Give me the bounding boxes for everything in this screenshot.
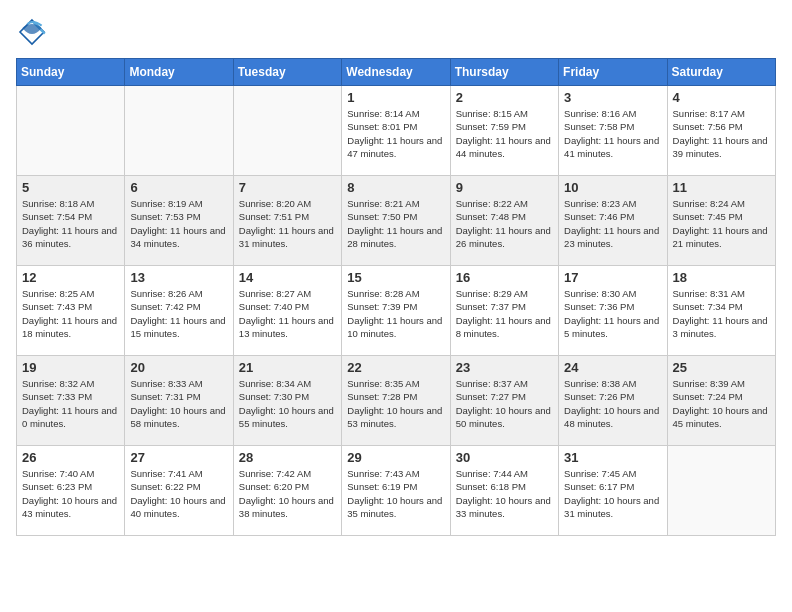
calendar-table: SundayMondayTuesdayWednesdayThursdayFrid… bbox=[16, 58, 776, 536]
calendar-week-5: 26Sunrise: 7:40 AM Sunset: 6:23 PM Dayli… bbox=[17, 446, 776, 536]
calendar-cell: 14Sunrise: 8:27 AM Sunset: 7:40 PM Dayli… bbox=[233, 266, 341, 356]
day-number: 21 bbox=[239, 360, 336, 375]
page-header bbox=[16, 16, 776, 48]
calendar-cell bbox=[125, 86, 233, 176]
calendar-cell: 22Sunrise: 8:35 AM Sunset: 7:28 PM Dayli… bbox=[342, 356, 450, 446]
day-info: Sunrise: 8:16 AM Sunset: 7:58 PM Dayligh… bbox=[564, 107, 661, 160]
day-number: 6 bbox=[130, 180, 227, 195]
calendar-cell: 20Sunrise: 8:33 AM Sunset: 7:31 PM Dayli… bbox=[125, 356, 233, 446]
calendar-cell: 12Sunrise: 8:25 AM Sunset: 7:43 PM Dayli… bbox=[17, 266, 125, 356]
calendar-cell bbox=[667, 446, 775, 536]
day-info: Sunrise: 8:24 AM Sunset: 7:45 PM Dayligh… bbox=[673, 197, 770, 250]
day-number: 15 bbox=[347, 270, 444, 285]
day-info: Sunrise: 8:32 AM Sunset: 7:33 PM Dayligh… bbox=[22, 377, 119, 430]
day-info: Sunrise: 8:20 AM Sunset: 7:51 PM Dayligh… bbox=[239, 197, 336, 250]
calendar-cell: 24Sunrise: 8:38 AM Sunset: 7:26 PM Dayli… bbox=[559, 356, 667, 446]
calendar-week-3: 12Sunrise: 8:25 AM Sunset: 7:43 PM Dayli… bbox=[17, 266, 776, 356]
calendar-cell: 29Sunrise: 7:43 AM Sunset: 6:19 PM Dayli… bbox=[342, 446, 450, 536]
calendar-cell: 9Sunrise: 8:22 AM Sunset: 7:48 PM Daylig… bbox=[450, 176, 558, 266]
calendar-week-4: 19Sunrise: 8:32 AM Sunset: 7:33 PM Dayli… bbox=[17, 356, 776, 446]
day-info: Sunrise: 8:17 AM Sunset: 7:56 PM Dayligh… bbox=[673, 107, 770, 160]
day-info: Sunrise: 8:19 AM Sunset: 7:53 PM Dayligh… bbox=[130, 197, 227, 250]
calendar-cell: 16Sunrise: 8:29 AM Sunset: 7:37 PM Dayli… bbox=[450, 266, 558, 356]
day-info: Sunrise: 8:31 AM Sunset: 7:34 PM Dayligh… bbox=[673, 287, 770, 340]
day-number: 12 bbox=[22, 270, 119, 285]
day-info: Sunrise: 7:43 AM Sunset: 6:19 PM Dayligh… bbox=[347, 467, 444, 520]
day-info: Sunrise: 8:38 AM Sunset: 7:26 PM Dayligh… bbox=[564, 377, 661, 430]
day-info: Sunrise: 8:21 AM Sunset: 7:50 PM Dayligh… bbox=[347, 197, 444, 250]
day-info: Sunrise: 7:44 AM Sunset: 6:18 PM Dayligh… bbox=[456, 467, 553, 520]
calendar-cell: 18Sunrise: 8:31 AM Sunset: 7:34 PM Dayli… bbox=[667, 266, 775, 356]
day-header-saturday: Saturday bbox=[667, 59, 775, 86]
day-info: Sunrise: 8:28 AM Sunset: 7:39 PM Dayligh… bbox=[347, 287, 444, 340]
calendar-cell: 30Sunrise: 7:44 AM Sunset: 6:18 PM Dayli… bbox=[450, 446, 558, 536]
calendar-cell: 31Sunrise: 7:45 AM Sunset: 6:17 PM Dayli… bbox=[559, 446, 667, 536]
calendar-cell: 10Sunrise: 8:23 AM Sunset: 7:46 PM Dayli… bbox=[559, 176, 667, 266]
day-number: 23 bbox=[456, 360, 553, 375]
day-info: Sunrise: 8:14 AM Sunset: 8:01 PM Dayligh… bbox=[347, 107, 444, 160]
calendar-cell: 6Sunrise: 8:19 AM Sunset: 7:53 PM Daylig… bbox=[125, 176, 233, 266]
day-number: 3 bbox=[564, 90, 661, 105]
day-number: 18 bbox=[673, 270, 770, 285]
day-header-tuesday: Tuesday bbox=[233, 59, 341, 86]
calendar-week-2: 5Sunrise: 8:18 AM Sunset: 7:54 PM Daylig… bbox=[17, 176, 776, 266]
calendar-cell: 28Sunrise: 7:42 AM Sunset: 6:20 PM Dayli… bbox=[233, 446, 341, 536]
logo bbox=[16, 16, 52, 48]
day-number: 10 bbox=[564, 180, 661, 195]
calendar-cell: 15Sunrise: 8:28 AM Sunset: 7:39 PM Dayli… bbox=[342, 266, 450, 356]
day-info: Sunrise: 8:23 AM Sunset: 7:46 PM Dayligh… bbox=[564, 197, 661, 250]
day-header-sunday: Sunday bbox=[17, 59, 125, 86]
day-number: 28 bbox=[239, 450, 336, 465]
day-number: 30 bbox=[456, 450, 553, 465]
calendar-cell: 5Sunrise: 8:18 AM Sunset: 7:54 PM Daylig… bbox=[17, 176, 125, 266]
day-number: 25 bbox=[673, 360, 770, 375]
day-info: Sunrise: 7:42 AM Sunset: 6:20 PM Dayligh… bbox=[239, 467, 336, 520]
calendar-cell: 2Sunrise: 8:15 AM Sunset: 7:59 PM Daylig… bbox=[450, 86, 558, 176]
day-header-friday: Friday bbox=[559, 59, 667, 86]
day-number: 20 bbox=[130, 360, 227, 375]
calendar-cell: 13Sunrise: 8:26 AM Sunset: 7:42 PM Dayli… bbox=[125, 266, 233, 356]
calendar-cell: 21Sunrise: 8:34 AM Sunset: 7:30 PM Dayli… bbox=[233, 356, 341, 446]
day-number: 22 bbox=[347, 360, 444, 375]
calendar-cell: 11Sunrise: 8:24 AM Sunset: 7:45 PM Dayli… bbox=[667, 176, 775, 266]
day-number: 14 bbox=[239, 270, 336, 285]
day-info: Sunrise: 8:18 AM Sunset: 7:54 PM Dayligh… bbox=[22, 197, 119, 250]
day-number: 11 bbox=[673, 180, 770, 195]
calendar-cell: 17Sunrise: 8:30 AM Sunset: 7:36 PM Dayli… bbox=[559, 266, 667, 356]
day-info: Sunrise: 8:26 AM Sunset: 7:42 PM Dayligh… bbox=[130, 287, 227, 340]
calendar-cell: 26Sunrise: 7:40 AM Sunset: 6:23 PM Dayli… bbox=[17, 446, 125, 536]
calendar-header-row: SundayMondayTuesdayWednesdayThursdayFrid… bbox=[17, 59, 776, 86]
day-number: 7 bbox=[239, 180, 336, 195]
calendar-cell: 19Sunrise: 8:32 AM Sunset: 7:33 PM Dayli… bbox=[17, 356, 125, 446]
day-number: 9 bbox=[456, 180, 553, 195]
calendar-cell: 4Sunrise: 8:17 AM Sunset: 7:56 PM Daylig… bbox=[667, 86, 775, 176]
day-number: 16 bbox=[456, 270, 553, 285]
day-number: 8 bbox=[347, 180, 444, 195]
day-number: 1 bbox=[347, 90, 444, 105]
calendar-cell bbox=[17, 86, 125, 176]
day-info: Sunrise: 8:35 AM Sunset: 7:28 PM Dayligh… bbox=[347, 377, 444, 430]
day-number: 13 bbox=[130, 270, 227, 285]
day-header-monday: Monday bbox=[125, 59, 233, 86]
calendar-cell: 25Sunrise: 8:39 AM Sunset: 7:24 PM Dayli… bbox=[667, 356, 775, 446]
calendar-week-1: 1Sunrise: 8:14 AM Sunset: 8:01 PM Daylig… bbox=[17, 86, 776, 176]
calendar-cell: 23Sunrise: 8:37 AM Sunset: 7:27 PM Dayli… bbox=[450, 356, 558, 446]
day-number: 4 bbox=[673, 90, 770, 105]
logo-icon bbox=[16, 16, 48, 48]
calendar-body: 1Sunrise: 8:14 AM Sunset: 8:01 PM Daylig… bbox=[17, 86, 776, 536]
day-info: Sunrise: 8:22 AM Sunset: 7:48 PM Dayligh… bbox=[456, 197, 553, 250]
day-header-wednesday: Wednesday bbox=[342, 59, 450, 86]
day-info: Sunrise: 8:34 AM Sunset: 7:30 PM Dayligh… bbox=[239, 377, 336, 430]
day-info: Sunrise: 8:27 AM Sunset: 7:40 PM Dayligh… bbox=[239, 287, 336, 340]
calendar-cell: 7Sunrise: 8:20 AM Sunset: 7:51 PM Daylig… bbox=[233, 176, 341, 266]
day-info: Sunrise: 8:33 AM Sunset: 7:31 PM Dayligh… bbox=[130, 377, 227, 430]
day-number: 2 bbox=[456, 90, 553, 105]
day-info: Sunrise: 8:39 AM Sunset: 7:24 PM Dayligh… bbox=[673, 377, 770, 430]
day-info: Sunrise: 8:15 AM Sunset: 7:59 PM Dayligh… bbox=[456, 107, 553, 160]
day-info: Sunrise: 8:37 AM Sunset: 7:27 PM Dayligh… bbox=[456, 377, 553, 430]
day-number: 17 bbox=[564, 270, 661, 285]
day-info: Sunrise: 8:29 AM Sunset: 7:37 PM Dayligh… bbox=[456, 287, 553, 340]
day-number: 19 bbox=[22, 360, 119, 375]
day-info: Sunrise: 7:41 AM Sunset: 6:22 PM Dayligh… bbox=[130, 467, 227, 520]
calendar-cell bbox=[233, 86, 341, 176]
